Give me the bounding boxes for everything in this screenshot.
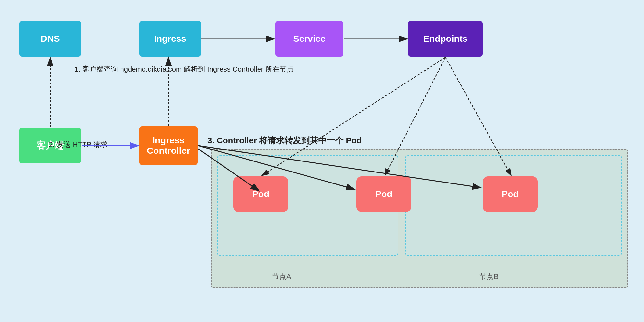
pod3-box: Pod — [483, 176, 538, 212]
service-label: Service — [293, 34, 326, 44]
step3-label: 3. Controller 将请求转发到其中一个 Pod — [207, 134, 362, 147]
node-a-label: 节点A — [272, 272, 291, 282]
dns-box: DNS — [19, 21, 81, 57]
ingress-label: Ingress — [154, 34, 186, 44]
pod3-label: Pod — [502, 189, 519, 199]
pod2-label: Pod — [375, 189, 393, 199]
diagram-container: DNS Ingress Service Endpoints 客户端 Ingres… — [0, 0, 644, 322]
node-b-label: 节点B — [479, 272, 499, 282]
pod1-label: Pod — [252, 189, 270, 199]
endpoints-box: Endpoints — [408, 21, 483, 57]
ingress-controller-box: Ingress Controller — [139, 126, 198, 165]
step1-label: 1. 客户端查询 ngdemo.qikqia.com 解析到 Ingress C… — [75, 63, 294, 75]
endpoints-label: Endpoints — [423, 34, 468, 44]
pod1-box: Pod — [233, 176, 288, 212]
ingress-box: Ingress — [139, 21, 201, 57]
step2-label: 2. 发送 HTTP 请求 — [49, 139, 108, 150]
dns-label: DNS — [40, 34, 60, 44]
pod2-box: Pod — [356, 176, 411, 212]
ingress-controller-label: Ingress Controller — [147, 135, 190, 156]
service-box: Service — [275, 21, 343, 57]
